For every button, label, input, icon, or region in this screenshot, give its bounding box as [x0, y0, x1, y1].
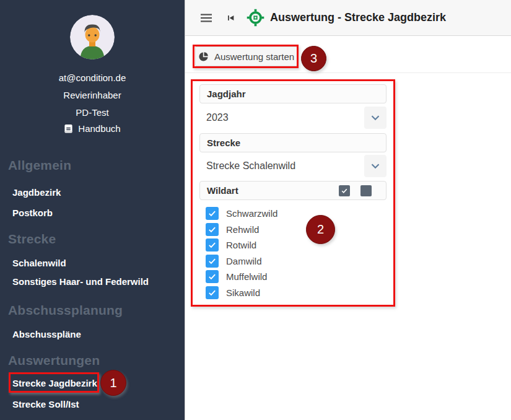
sidebar-item-jagdbezirk[interactable]: Jagdbezirk [12, 187, 61, 198]
strecke-label: Strecke [207, 138, 240, 148]
checkbox-checked-icon [206, 255, 219, 268]
collapse-sidebar-icon[interactable] [225, 13, 235, 23]
sidebar-section-allgemein: Allgemein [8, 158, 71, 173]
sidebar-section-abschussplanung: Abschussplanung [8, 303, 123, 318]
start-evaluation-label: Auswertung starten [214, 51, 294, 62]
jagdjahr-field-header: Jagdjahr [199, 84, 387, 103]
user-role: Revierinhaber [0, 90, 185, 100]
book-icon [64, 124, 73, 134]
badge-number: 1 [110, 376, 116, 390]
wildart-option-label: Schwarzwild [226, 208, 277, 219]
wildart-row-muffelwild[interactable]: Muffelwild [206, 269, 277, 285]
wildart-row-rotwild[interactable]: Rotwild [206, 237, 277, 253]
wildart-row-sikawild[interactable]: Sikawild [206, 285, 277, 301]
jagdjahr-value: 2023 [199, 112, 364, 123]
wildart-label: Wildart [207, 185, 238, 196]
sidebar-item-postkorb[interactable]: Postkorb [12, 208, 53, 218]
checkbox-checked-icon [206, 270, 219, 283]
wildart-option-label: Muffelwild [226, 271, 267, 282]
start-evaluation-button[interactable]: Auswertung starten [195, 46, 297, 66]
page-title: Auswertung - Strecke Jagdbezirk [270, 11, 446, 24]
avatar [70, 15, 115, 59]
sidebar-section-auswertungen: Auswertungen [8, 353, 100, 368]
chevron-down-icon[interactable] [364, 107, 387, 129]
user-revier: PD-Test [0, 107, 185, 118]
toolbar: Auswertung starten [185, 37, 511, 73]
strecke-value: Strecke Schalenwild [199, 160, 364, 172]
evaluation-form-panel: Jagdjahr 2023 Strecke Strecke Schalenwil… [191, 79, 395, 307]
wildart-option-label: Damwild [226, 256, 262, 266]
user-email: at@condition.de [0, 72, 185, 83]
select-all-checkbox[interactable] [339, 185, 350, 196]
annotation-badge-3: 3 [301, 46, 326, 71]
annotation-badge-2: 2 [306, 215, 335, 244]
pie-chart-icon [198, 51, 209, 62]
sidebar-section-strecke: Strecke [8, 232, 56, 247]
checkbox-checked-icon [206, 286, 219, 299]
wildart-field-header: Wildart [199, 181, 387, 200]
chevron-down-icon[interactable] [364, 155, 387, 177]
wildart-option-label: Rehwild [226, 224, 259, 235]
strecke-select[interactable]: Strecke Schalenwild [199, 155, 387, 177]
wildart-row-rehwild[interactable]: Rehwild [206, 222, 277, 238]
badge-number: 3 [310, 51, 317, 66]
sidebar: at@condition.de Revierinhaber PD-Test Ha… [0, 0, 185, 420]
sidebar-item-strecke-jagdbezirk[interactable]: Strecke Jagdbezirk [12, 378, 97, 388]
app-logo-crosshair-icon [247, 9, 264, 27]
deselect-all-checkbox[interactable] [360, 185, 372, 196]
checkbox-checked-icon [206, 223, 219, 236]
top-bar: Auswertung - Strecke Jagdbezirk [185, 0, 511, 36]
sidebar-item-sonstiges-haar-und-federwild[interactable]: Sonstiges Haar- und Federwild [12, 276, 149, 287]
wildart-option-label: Sikawild [226, 287, 260, 298]
badge-number: 2 [317, 222, 324, 237]
manual-label: Handbuch [78, 123, 120, 134]
sidebar-item-strecke-soll-ist[interactable]: Strecke Soll/Ist [12, 399, 79, 409]
manual-link[interactable]: Handbuch [0, 123, 185, 134]
sidebar-item-schalenwild[interactable]: Schalenwild [12, 258, 66, 268]
sidebar-item-abschussplaene[interactable]: Abschusspläne [12, 329, 81, 339]
menu-icon[interactable] [201, 14, 212, 22]
wildart-option-label: Rotwild [226, 240, 256, 250]
strecke-field-header: Strecke [199, 133, 387, 152]
annotation-badge-1: 1 [100, 370, 126, 396]
checkbox-checked-icon [206, 207, 219, 220]
wildart-checkbox-list: Schwarzwild Rehwild Rotwild Damwild Muff… [206, 206, 277, 300]
wildart-row-damwild[interactable]: Damwild [206, 253, 277, 269]
wildart-row-schwarzwild[interactable]: Schwarzwild [206, 206, 277, 222]
checkbox-checked-icon [206, 238, 219, 252]
app-root: at@condition.de Revierinhaber PD-Test Ha… [0, 0, 511, 420]
jagdjahr-select[interactable]: 2023 [199, 107, 387, 129]
jagdjahr-label: Jagdjahr [207, 89, 246, 99]
